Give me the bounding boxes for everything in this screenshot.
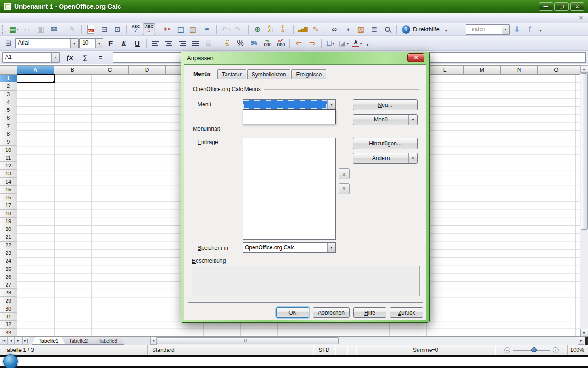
equals-button[interactable]: = <box>95 54 107 61</box>
bold-button[interactable]: F <box>104 38 117 49</box>
row-header-25[interactable]: 25 <box>0 265 17 273</box>
vertical-scrollbar[interactable]: ▲ ▼ <box>580 65 588 336</box>
hyperlink-button[interactable]: ⊕ <box>251 23 264 35</box>
minimize-button[interactable]: — <box>539 2 553 11</box>
row-header-27[interactable]: 27 <box>0 281 17 289</box>
move-down-button[interactable]: ▼ <box>339 183 350 194</box>
dialog-tab-symbolleisten[interactable]: Symbolleisten <box>247 69 291 79</box>
align-justify-button[interactable] <box>189 38 202 49</box>
font-size-combo-dropdown-icon[interactable]: ▾ <box>95 39 103 48</box>
sheet-tab-tabelle1[interactable]: Tabelle1 <box>32 337 65 345</box>
save-in-dropdown-icon[interactable]: ▼ <box>327 243 335 252</box>
standard-toolbar-grip[interactable] <box>2 25 5 34</box>
font-size-combo[interactable]: 10▾ <box>79 38 103 48</box>
email-button[interactable]: ✉ <box>48 23 60 35</box>
increase-indent-button[interactable]: ⇒ <box>306 38 318 49</box>
currency-format-button[interactable]: € <box>221 38 233 49</box>
export-pdf-button[interactable]: PDF <box>85 23 97 35</box>
underline-button[interactable]: U <box>131 38 143 49</box>
formatting-toolbar-overflow-button[interactable]: ▾ <box>364 38 371 49</box>
horizontal-scrollbar-track[interactable] <box>339 337 578 345</box>
zoom-in-icon[interactable]: + <box>553 347 559 353</box>
help-dropdown-button[interactable]: ▾ <box>443 24 449 34</box>
find-input[interactable]: Finden▾ <box>466 24 510 34</box>
row-header-19[interactable]: 19 <box>0 218 17 225</box>
sort-ascending-button[interactable]: AZ↓ <box>265 23 277 35</box>
row-header-22[interactable]: 22 <box>0 242 17 249</box>
sum-display[interactable]: Summe=0 <box>356 345 495 355</box>
copy-button[interactable]: ◫ <box>175 23 187 35</box>
row-header-7[interactable]: 7 <box>0 122 17 130</box>
row-header-11[interactable]: 11 <box>0 154 17 162</box>
add-decimal-button[interactable]: +0.000 <box>261 38 273 49</box>
save-in-combobox[interactable]: OpenOffice.org Calc ▼ <box>243 242 336 253</box>
row-header-5[interactable]: 5 <box>0 106 17 114</box>
font-color-button[interactable]: A▾ <box>351 38 363 49</box>
move-up-button[interactable]: ▲ <box>339 168 350 179</box>
zoom-slider-thumb[interactable] <box>531 347 537 352</box>
first-sheet-button[interactable]: |◄ <box>0 337 7 345</box>
standard-format-button[interactable]: $% <box>248 38 260 49</box>
row-header-12[interactable]: 12 <box>0 162 17 170</box>
help-dialog-button[interactable]: Hilfe <box>353 307 386 318</box>
row-header-13[interactable]: 13 <box>0 170 17 178</box>
sheet-tab-tabelle2[interactable]: Tabelle2 <box>62 337 95 345</box>
row-header-26[interactable]: 26 <box>0 273 17 281</box>
row-header-28[interactable]: 28 <box>0 289 17 297</box>
row-header-14[interactable]: 14 <box>0 178 17 185</box>
pane-splitter-handle[interactable] <box>585 337 588 345</box>
align-left-button[interactable] <box>149 38 162 49</box>
scroll-up-icon[interactable]: ▲ <box>580 65 588 73</box>
horizontal-scrollbar[interactable]: ◄ ► <box>150 337 588 345</box>
find-previous-button[interactable]: ⇑ <box>524 23 537 35</box>
open-button[interactable]: ▱ <box>21 23 34 35</box>
italic-button[interactable]: K <box>118 38 130 49</box>
menu-dropdown-list[interactable] <box>243 109 336 124</box>
insert-chart-button[interactable]: ▂▅▇ <box>296 23 309 35</box>
row-header-10[interactable]: 10 <box>0 146 17 154</box>
print-button[interactable]: ⊟ <box>98 23 110 35</box>
page-preview-button[interactable]: ⊡ <box>111 23 124 35</box>
cancel-button[interactable]: Abbrechen <box>313 307 350 318</box>
autospellcheck-button[interactable]: ABC≈ <box>143 23 155 35</box>
zoom-button[interactable] <box>381 23 394 35</box>
dialog-tab-ereignisse[interactable]: Ereignisse <box>291 69 326 79</box>
vertical-scrollbar-thumb[interactable] <box>581 73 588 230</box>
row-header-30[interactable]: 30 <box>0 305 17 313</box>
start-button[interactable] <box>3 354 18 368</box>
dialog-tab-menüs[interactable]: Menüs <box>188 69 216 79</box>
align-right-button[interactable] <box>176 38 188 49</box>
row-header-4[interactable]: 4 <box>0 98 17 106</box>
column-header-D[interactable]: D <box>129 66 166 75</box>
previous-sheet-button[interactable]: ◄ <box>7 337 15 345</box>
row-header-23[interactable]: 23 <box>0 249 17 257</box>
column-header-A[interactable]: A <box>17 66 54 75</box>
background-color-button[interactable]: ◪▾ <box>338 38 350 49</box>
column-header-N[interactable]: N <box>501 66 538 75</box>
new-menu-button[interactable]: Neu... <box>353 99 418 110</box>
font-name-combo[interactable]: Arial▾ <box>15 38 79 48</box>
row-header-24[interactable]: 24 <box>0 257 17 265</box>
column-header-M[interactable]: M <box>464 66 501 75</box>
dialog-tab-tastatur[interactable]: Tastatur <box>217 69 246 79</box>
name-box-dropdown-icon[interactable]: ▾ <box>51 53 59 62</box>
row-header-31[interactable]: 31 <box>0 313 17 321</box>
menu-actions-button[interactable]: Menü ▼ <box>353 114 418 125</box>
data-sources-button[interactable]: ≣ <box>368 23 380 35</box>
restore-button[interactable]: ❐ <box>554 2 569 11</box>
modify-dropdown-icon[interactable]: ▼ <box>408 153 417 163</box>
gallery-button[interactable]: ▨ <box>355 23 367 35</box>
page-style[interactable]: Standard <box>148 345 313 355</box>
navigator-button[interactable]: ◑ <box>341 23 354 35</box>
font-name-combo-dropdown-icon[interactable]: ▾ <box>70 39 78 48</box>
row-header-21[interactable]: 21 <box>0 233 17 241</box>
column-header-P[interactable]: P <box>575 66 580 75</box>
close-button[interactable]: ✕ <box>570 2 584 11</box>
delete-decimal-button[interactable]: 0✗.000 <box>274 38 287 49</box>
row-header-29[interactable]: 29 <box>0 297 17 305</box>
cut-button[interactable]: ✂ <box>161 23 174 35</box>
add-button[interactable]: Hinzufügen... <box>353 138 418 149</box>
close-document-icon[interactable]: ✕ <box>579 15 583 21</box>
help-button[interactable]: ?Direkthilfe <box>400 23 442 35</box>
select-all-corner[interactable] <box>0 66 17 75</box>
